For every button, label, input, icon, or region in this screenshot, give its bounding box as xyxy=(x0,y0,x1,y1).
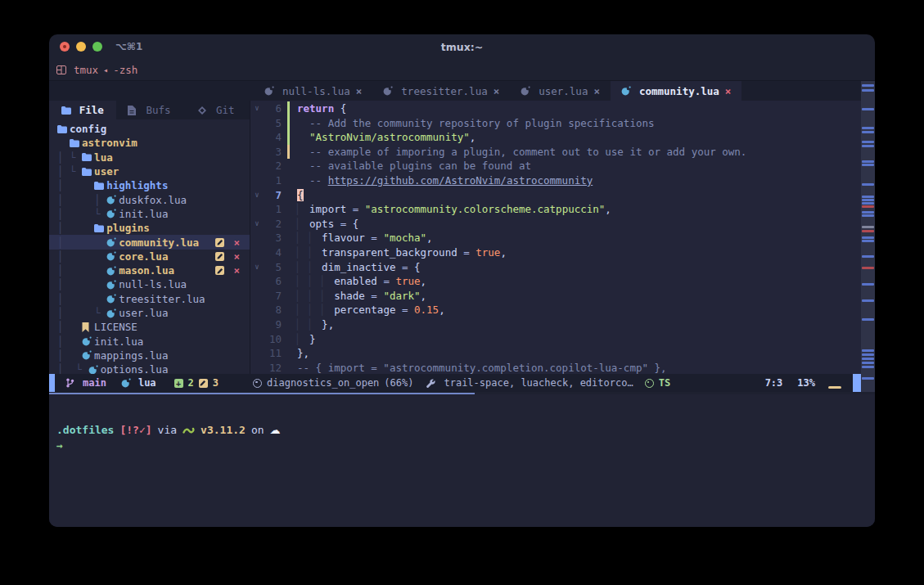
tree-item-label: null-ls.lua xyxy=(119,278,187,290)
scrollbar-change-mark xyxy=(862,283,874,286)
tree-item-label: treesitter.lua xyxy=(119,293,205,305)
tree-item-core-lua[interactable]: │ core.lua× xyxy=(49,250,250,263)
prompt-git-status: [!?✓] xyxy=(119,422,151,438)
neotree-tab-git[interactable]: Git xyxy=(183,101,250,119)
tree-item-mason-lua[interactable]: │ mason.lua× xyxy=(49,263,250,277)
tree-item-label: init.lua xyxy=(94,335,143,348)
close-file-icon[interactable]: × xyxy=(233,250,240,263)
code-line[interactable]: 1 -- https://github.com/AstroNvim/astroc… xyxy=(250,173,861,188)
close-file-icon[interactable]: × xyxy=(233,236,240,249)
code-text: ▏ } xyxy=(297,332,316,347)
code-line[interactable]: ∨5▏ ▏ dim_inactive = { xyxy=(250,260,861,275)
fold-column xyxy=(250,202,264,217)
tree-indent-guides: │ xyxy=(57,335,82,348)
folder-icon xyxy=(94,182,106,190)
buffer-tab-null-ls-lua[interactable]: null-ls.lua× xyxy=(254,81,372,101)
close-buffer-icon[interactable]: × xyxy=(725,85,732,97)
tree-item-label: community.lua xyxy=(119,236,199,249)
code-line[interactable]: ∨2▏ opts = { xyxy=(250,217,861,232)
shell-input-line[interactable]: → xyxy=(56,438,875,453)
tree-item-highlights[interactable]: │ highlights xyxy=(49,178,250,192)
line-number: 8 xyxy=(264,303,287,317)
tree-item-plugins[interactable]: │ plugins xyxy=(49,221,250,235)
code-line[interactable]: 7▏ ▏ ▏ shade = "dark", xyxy=(250,289,861,304)
tree-item-user[interactable]: │ └ user xyxy=(49,164,250,178)
folder-icon xyxy=(94,224,106,232)
code-line[interactable]: 4▏ ▏ transparent_background = true, xyxy=(250,245,861,260)
fold-arrow-icon[interactable]: ∨ xyxy=(250,260,264,275)
tree-item-init-lua[interactable]: │ init.lua xyxy=(49,334,250,348)
code-line[interactable]: 9▏ ▏ }, xyxy=(250,317,861,332)
git-sign-column xyxy=(287,159,290,173)
tree-indent-guides: │ └ xyxy=(57,208,106,220)
neotree-tab-label: Git xyxy=(216,104,235,116)
neotree-tab-bufs[interactable]: Bufs xyxy=(116,101,183,119)
neotree-tab-file[interactable]: File xyxy=(49,101,116,119)
line-number: 2 xyxy=(264,217,287,232)
tree-item-mappings-lua[interactable]: │ mappings.lua xyxy=(49,349,250,362)
folder-icon xyxy=(82,168,94,176)
tree-item-null-ls-lua[interactable]: │ null-ls.lua xyxy=(49,277,250,291)
buffer-tab-community-lua[interactable]: community.lua× xyxy=(611,81,741,101)
minimap-scrollbar[interactable] xyxy=(861,81,875,392)
code-line[interactable]: 4 "AstroNvim/astrocommunity", xyxy=(250,130,861,145)
code-line[interactable]: ∨6return { xyxy=(250,101,861,116)
buffer-tab-user-lua[interactable]: user.lua× xyxy=(510,81,611,101)
close-buffer-icon[interactable]: × xyxy=(593,85,600,97)
neotree-sidebar: FileBufsGit config astronvim│ └ lua│ └ u… xyxy=(49,101,250,374)
tree-item-label: astronvim xyxy=(82,137,137,149)
tree-item-community-lua[interactable]: │ community.lua× xyxy=(49,235,250,249)
tree-item-treesitter-lua[interactable]: │ treesitter.lua xyxy=(49,292,250,306)
tree-indent-guides: │ xyxy=(57,179,94,191)
code-line[interactable]: 2 -- available plugins can be found at xyxy=(250,159,861,173)
buffer-tab-label: user.lua xyxy=(539,85,588,97)
code-line[interactable]: 5 -- Add the community repository of plu… xyxy=(250,116,861,131)
terminal-tab-bar[interactable]: tmux ◂ -zsh xyxy=(49,59,875,81)
fold-arrow-icon[interactable]: ∨ xyxy=(250,188,264,203)
code-line[interactable]: ∨7{ xyxy=(250,188,861,203)
code-line[interactable]: 3 -- example of imporing a plugin, comme… xyxy=(250,145,861,160)
close-buffer-icon[interactable]: × xyxy=(356,85,363,97)
scrollbar-change-mark xyxy=(862,131,874,133)
tree-item-config[interactable]: config xyxy=(49,122,250,136)
lsp-clients-list: trail-space, luacheck, editorco… xyxy=(444,377,633,389)
scrollbar-change-mark xyxy=(862,377,874,380)
tree-item-LICENSE[interactable]: │ LICENSE xyxy=(49,320,250,334)
code-line[interactable]: 1▏ import = "astrocommunity.colorscheme.… xyxy=(250,202,861,217)
git-branch-label[interactable]: main xyxy=(83,377,106,389)
code-editor[interactable]: ∨6return {5 -- Add the community reposit… xyxy=(250,101,861,374)
close-buffer-icon[interactable]: × xyxy=(494,85,500,97)
code-line[interactable]: 3▏ ▏ flavour = "mocha", xyxy=(250,231,861,245)
prompt-directory: .dotfiles xyxy=(56,422,114,438)
tree-item-duskfox-lua[interactable]: │ │ duskfox.lua xyxy=(49,192,250,206)
close-file-icon[interactable]: × xyxy=(233,264,240,277)
minimize-window-button[interactable] xyxy=(76,42,86,52)
code-line[interactable]: 11}, xyxy=(250,346,861,361)
cursor-position: 7:3 xyxy=(765,377,783,389)
bufferline: null-ls.lua×treesitter.lua×user.lua×comm… xyxy=(49,81,861,101)
scrollbar-change-mark xyxy=(862,240,874,242)
fold-arrow-icon[interactable]: ∨ xyxy=(250,101,264,116)
git-sign-column xyxy=(287,346,290,361)
shell-pane[interactable]: .dotfiles [!?✓] via v3.11.2 on ☁ → xyxy=(49,394,875,527)
code-line[interactable]: 6▏ ▏ ▏ enabled = true, xyxy=(250,274,861,289)
license-ribbon-icon xyxy=(82,322,94,332)
tree-item-user-lua[interactable]: │ └ user.lua xyxy=(49,306,250,320)
tree-item-label: lua xyxy=(94,151,113,164)
tree-item-lua[interactable]: │ └ lua xyxy=(49,151,250,164)
fold-arrow-icon[interactable]: ∨ xyxy=(250,217,264,232)
code-line[interactable]: 10▏ } xyxy=(250,332,861,347)
code-line[interactable]: 12-- { import = "astrocommunity.completi… xyxy=(250,361,861,374)
tree-item-astronvim[interactable]: astronvim xyxy=(49,136,250,150)
code-line[interactable]: 8▏ ▏ ▏ percentage = 0.15, xyxy=(250,303,861,317)
line-number: 3 xyxy=(264,145,287,160)
close-window-button[interactable] xyxy=(60,42,70,52)
scrollbar-change-mark xyxy=(862,211,874,214)
tree-item-label: plugins xyxy=(106,222,150,234)
tmux-pane-border[interactable] xyxy=(49,392,875,394)
diagnostics-label[interactable]: diagnostics_on_open xyxy=(267,377,379,389)
zoom-window-button[interactable] xyxy=(92,42,102,52)
buffer-tab-treesitter-lua[interactable]: treesitter.lua× xyxy=(372,81,510,101)
git-changed-count: 3 xyxy=(213,377,219,389)
tree-item-init-lua[interactable]: │ └ init.lua xyxy=(49,207,250,221)
